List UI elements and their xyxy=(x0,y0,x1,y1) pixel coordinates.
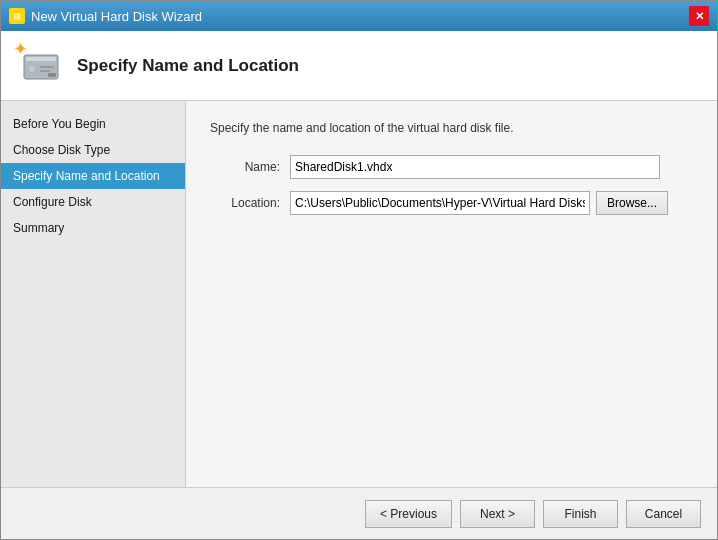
page-title: Specify Name and Location xyxy=(77,56,299,76)
name-row: Name: xyxy=(210,155,693,179)
wizard-header: ✦ Specify Name and Location xyxy=(1,31,717,101)
wizard-window: 🖥 New Virtual Hard Disk Wizard ✕ ✦ Speci… xyxy=(0,0,718,540)
svg-rect-4 xyxy=(40,70,50,72)
star-icon: ✦ xyxy=(13,38,28,60)
sidebar: Before You Begin Choose Disk Type Specif… xyxy=(1,101,186,487)
svg-rect-3 xyxy=(40,66,54,68)
name-label: Name: xyxy=(210,160,280,174)
wizard-footer: < Previous Next > Finish Cancel xyxy=(1,487,717,539)
close-button[interactable]: ✕ xyxy=(689,6,709,26)
svg-rect-2 xyxy=(28,65,36,73)
content-area: Before You Begin Choose Disk Type Specif… xyxy=(1,101,717,487)
location-input[interactable] xyxy=(290,191,590,215)
wizard-header-icon: ✦ xyxy=(17,42,65,90)
location-label: Location: xyxy=(210,196,280,210)
instruction-text: Specify the name and location of the vir… xyxy=(210,121,693,135)
cancel-button[interactable]: Cancel xyxy=(626,500,701,528)
browse-button[interactable]: Browse... xyxy=(596,191,668,215)
next-button[interactable]: Next > xyxy=(460,500,535,528)
svg-rect-5 xyxy=(48,73,56,77)
svg-rect-1 xyxy=(26,57,56,61)
finish-button[interactable]: Finish xyxy=(543,500,618,528)
title-bar-left: 🖥 New Virtual Hard Disk Wizard xyxy=(9,8,202,24)
main-content: Specify the name and location of the vir… xyxy=(186,101,717,487)
previous-button[interactable]: < Previous xyxy=(365,500,452,528)
sidebar-item-before-you-begin[interactable]: Before You Begin xyxy=(1,111,185,137)
sidebar-item-summary[interactable]: Summary xyxy=(1,215,185,241)
window-title: New Virtual Hard Disk Wizard xyxy=(31,9,202,24)
title-bar: 🖥 New Virtual Hard Disk Wizard ✕ xyxy=(1,1,717,31)
sidebar-item-specify-name-location[interactable]: Specify Name and Location xyxy=(1,163,185,189)
sidebar-item-configure-disk[interactable]: Configure Disk xyxy=(1,189,185,215)
name-input[interactable] xyxy=(290,155,660,179)
location-row: Location: Browse... xyxy=(210,191,693,215)
sidebar-item-choose-disk-type[interactable]: Choose Disk Type xyxy=(1,137,185,163)
window-icon: 🖥 xyxy=(9,8,25,24)
